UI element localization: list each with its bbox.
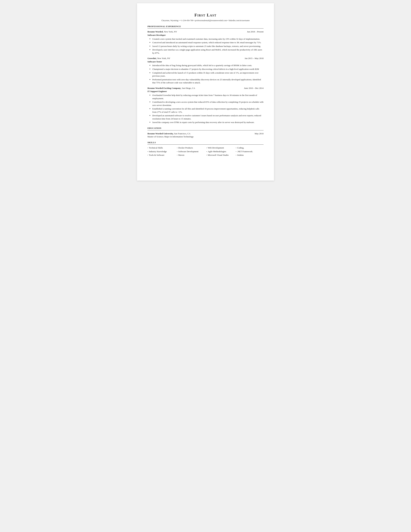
job-company-2: Growthsi, New York, NY bbox=[148, 57, 170, 60]
job-dates-3: June 2010 – Dec 2014 bbox=[244, 86, 263, 90]
education-section: Education Resume Worded University, San … bbox=[148, 127, 263, 138]
school-name-1: Resume Worded University, bbox=[148, 132, 173, 135]
education-section-title: Education bbox=[148, 127, 263, 130]
job-title-3: IT Support Engineer bbox=[148, 90, 263, 93]
skill-item-7: • .NET Framework. bbox=[236, 150, 264, 153]
bullet-2-2: Championed a major decision to abandon 1… bbox=[149, 67, 263, 71]
bullet-2-1: Introduced the idea of bug fixing during… bbox=[149, 64, 263, 67]
job-dates-2: Jan 2015 – May 2018 bbox=[245, 57, 263, 60]
job-dates-1: Jun 2018 – Present bbox=[247, 30, 263, 33]
skill-label-5: Software Development bbox=[178, 150, 198, 153]
bullet-1-2: Conceived and introduced an automated em… bbox=[149, 41, 263, 44]
skill-label-2: Web Development bbox=[208, 146, 224, 150]
job-title-2: Software Tester bbox=[148, 60, 263, 63]
job-company-3: Resume Worded Exciting Company, San Dieg… bbox=[148, 86, 195, 90]
company-location-1: New York, NY bbox=[164, 30, 177, 33]
job-block-2: Growthsi, New York, NY Jan 2015 – May 20… bbox=[148, 57, 263, 84]
job-bullets-2: Introduced the idea of bug fixing during… bbox=[148, 64, 263, 84]
job-block-3: Resume Worded Exciting Company, San Dieg… bbox=[148, 86, 263, 124]
edu-degree-1: Master of Science; Major in Information … bbox=[148, 135, 263, 138]
skill-item-6: • Agile Methodologies bbox=[206, 150, 234, 153]
skill-item-9: • Maven bbox=[177, 153, 205, 157]
job-header-2: Growthsi, New York, NY Jan 2015 – May 20… bbox=[148, 57, 263, 60]
bullet-1-1: Created a new system that tracked and ex… bbox=[149, 38, 263, 41]
bullet-2-3: Completed and achieved the launch of 15 … bbox=[149, 71, 263, 77]
skill-label-8: Tools & Software bbox=[149, 153, 164, 157]
skill-label-6: Agile Methodologies bbox=[208, 150, 226, 153]
skill-label-7: .NET Framework. bbox=[237, 150, 253, 153]
skill-item-5: • Software Development bbox=[177, 150, 205, 153]
job-bullets-3: Overhauled Growthsi help desk by reducin… bbox=[148, 94, 263, 124]
skill-bullet-8: • bbox=[148, 154, 148, 157]
bullet-3-5: Saved the company over $78K in repair co… bbox=[149, 121, 263, 124]
edu-block-1: Resume Worded University, San Francisco,… bbox=[148, 132, 263, 138]
bullet-3-2: Contributed to developing a new access s… bbox=[149, 100, 263, 107]
company-name-3: Resume Worded Exciting Company bbox=[148, 87, 181, 89]
skills-section: Skills • Technical Skills • Docker Produ… bbox=[148, 141, 263, 157]
skill-bullet-0: • bbox=[148, 147, 148, 149]
resume-page: First Last Cheyenne, Wyoming • +1-234-45… bbox=[137, 3, 274, 180]
skill-item-1: • Docker Products bbox=[177, 146, 205, 150]
skill-item-10: • Microsoft Visual Studio bbox=[206, 153, 234, 157]
edu-header-1: Resume Worded University, San Francisco,… bbox=[148, 132, 263, 135]
skill-bullet-3: • bbox=[236, 147, 236, 149]
skill-item-11: • Jenkins bbox=[236, 153, 264, 157]
skill-bullet-10: • bbox=[206, 154, 207, 157]
skill-item-3: • Coding. bbox=[236, 146, 264, 150]
skill-label-0: Technical Skills bbox=[149, 146, 163, 150]
skills-section-title: Skills bbox=[148, 141, 263, 145]
job-bullets-1: Created a new system that tracked and ex… bbox=[148, 38, 263, 55]
skill-label-1: Docker Products bbox=[178, 146, 193, 150]
edu-school-1: Resume Worded University, San Francisco,… bbox=[148, 132, 190, 135]
job-header-1: Resume Worded, New York, NY Jun 2018 – P… bbox=[148, 30, 263, 33]
candidate-name: First Last bbox=[148, 12, 263, 18]
skill-bullet-7: • bbox=[236, 150, 236, 153]
school-location-1: San Francisco, CA bbox=[174, 132, 190, 135]
skill-bullet-1: • bbox=[177, 147, 177, 149]
skill-bullet-2: • bbox=[206, 147, 207, 149]
skill-bullet-9: • bbox=[177, 154, 177, 157]
skill-label-10: Microsoft Visual Studio bbox=[208, 153, 229, 157]
contact-info: Cheyenne, Wyoming • +1-234-456-789 • pro… bbox=[148, 19, 263, 22]
resume-header: First Last Cheyenne, Wyoming • +1-234-45… bbox=[148, 12, 263, 22]
company-name-2: Growthsi bbox=[148, 57, 156, 59]
company-name-1: Resume Worded bbox=[148, 30, 163, 33]
bullet-3-4: Developed an automated software to resol… bbox=[149, 114, 263, 120]
company-location-3: San Diego, CA bbox=[182, 87, 195, 89]
skill-label-9: Maven bbox=[178, 153, 184, 157]
bullet-2-4: Performed penetration tests with zero-da… bbox=[149, 78, 263, 84]
skill-item-2: • Web Development bbox=[206, 146, 234, 150]
skill-bullet-4: • bbox=[148, 150, 148, 153]
company-location-2: New York, NY bbox=[157, 57, 170, 59]
skill-bullet-11: • bbox=[236, 154, 236, 157]
job-block-1: Resume Worded, New York, NY Jun 2018 – P… bbox=[148, 30, 263, 55]
skill-item-0: • Technical Skills bbox=[148, 146, 175, 150]
skill-bullet-6: • bbox=[206, 150, 207, 153]
bullet-3-1: Overhauled Growthsi help desk by reducin… bbox=[149, 94, 263, 100]
job-company-1: Resume Worded, New York, NY bbox=[148, 30, 177, 33]
edu-date-1: May 2010 bbox=[255, 132, 263, 135]
job-title-1: Software Developer bbox=[148, 34, 263, 37]
skill-item-8: • Tools & Software bbox=[148, 153, 175, 157]
bullet-3-3: Established a naming convention for all … bbox=[149, 107, 263, 114]
skill-label-4: Industry Knowledge bbox=[149, 150, 167, 153]
skill-item-4: • Industry Knowledge bbox=[148, 150, 175, 153]
skill-label-3: Coding. bbox=[237, 146, 244, 150]
experience-section-title: Professional Experience bbox=[148, 25, 263, 29]
skill-bullet-5: • bbox=[177, 150, 177, 153]
bullet-1-4: Developed a user interface as a single-p… bbox=[149, 48, 263, 55]
skill-label-11: Jenkins bbox=[237, 153, 244, 157]
job-header-3: Resume Worded Exciting Company, San Dieg… bbox=[148, 86, 263, 90]
skills-grid: • Technical Skills • Docker Products • W… bbox=[148, 146, 263, 157]
experience-section: Professional Experience Resume Worded, N… bbox=[148, 25, 263, 124]
bullet-1-3: Saved 13 person-hours daily by writing s… bbox=[149, 45, 263, 48]
